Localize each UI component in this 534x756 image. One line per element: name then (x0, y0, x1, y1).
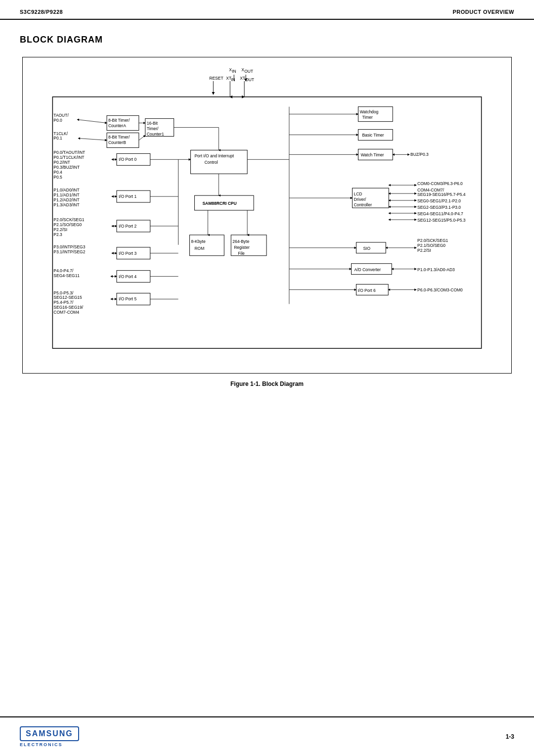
svg-text:Port I/O and Interrupt: Port I/O and Interrupt (194, 153, 234, 158)
svg-text:I/O Port 4: I/O Port 4 (119, 274, 137, 279)
svg-text:OUT: OUT (245, 77, 254, 82)
svg-text:Control: Control (204, 160, 218, 165)
svg-text:LCD: LCD (354, 191, 362, 196)
svg-text:P5.0-P5.3/: P5.0-P5.3/ (53, 290, 74, 295)
svg-text:COM7-COM4: COM7-COM4 (53, 310, 79, 315)
svg-text:P0.2/INT: P0.2/INT (53, 160, 70, 165)
page-number: 1-3 (506, 733, 514, 740)
svg-text:CounterA: CounterA (108, 123, 126, 128)
svg-text:I/O Port 0: I/O Port 0 (119, 157, 137, 162)
page-footer: SAMSUNG ELECTRONICS 1-3 (0, 716, 534, 756)
svg-text:P6.0-P6.3/COM3-COM0: P6.0-P6.3/COM3-COM0 (417, 287, 463, 292)
svg-text:IN: IN (231, 77, 235, 82)
svg-text:P2.0/SCK/SEG1: P2.0/SCK/SEG1 (417, 238, 448, 243)
svg-text:OUT: OUT (244, 69, 253, 74)
svg-text:Watchdog: Watchdog (359, 109, 378, 114)
svg-text:P0.1: P0.1 (53, 136, 62, 141)
header-right: PRODUCT OVERVIEW (452, 9, 514, 15)
svg-text:SEG4-SEG11: SEG4-SEG11 (53, 273, 80, 278)
svg-rect-66 (356, 242, 386, 253)
svg-text:RESET: RESET (209, 76, 223, 81)
samsung-logo: SAMSUNG ELECTRONICS (20, 726, 79, 747)
svg-text:8-Bit Timer/: 8-Bit Timer/ (108, 118, 130, 123)
svg-text:P0.5: P0.5 (53, 175, 62, 180)
svg-text:SEG0-SEG1/P2.1-P2.0: SEG0-SEG1/P2.1-P2.0 (417, 198, 461, 203)
svg-text:P2.1/SO/SEG0: P2.1/SO/SEG0 (417, 243, 445, 248)
svg-text:P3.1/INTP/SEG2: P3.1/INTP/SEG2 (53, 249, 85, 254)
page-header: S3C9228/P9228 PRODUCT OVERVIEW (0, 0, 534, 20)
svg-text:8-Kbyte: 8-Kbyte (191, 239, 205, 244)
svg-text:P1.0-P1.3/AD0-AD3: P1.0-P1.3/AD0-AD3 (417, 267, 455, 272)
svg-text:P1.3/AD3/INT: P1.3/AD3/INT (53, 202, 79, 207)
svg-text:I/O Port 5: I/O Port 5 (119, 296, 137, 301)
svg-text:Timer/: Timer/ (147, 126, 159, 131)
svg-text:SEG19-SEG16/P5.7-P5.4: SEG19-SEG16/P5.7-P5.4 (417, 192, 466, 197)
svg-text:I/O Port 6: I/O Port 6 (357, 288, 376, 293)
svg-text:P3.0/INTP/SEG3: P3.0/INTP/SEG3 (53, 244, 85, 249)
svg-line-140 (139, 136, 145, 141)
svg-text:P0.0: P0.0 (53, 118, 62, 123)
svg-text:I/O Port 1: I/O Port 1 (119, 194, 137, 199)
svg-text:A/D Converter: A/D Converter (354, 267, 381, 272)
svg-line-74 (77, 120, 107, 123)
svg-text:P2.2/SI: P2.2/SI (417, 248, 431, 253)
svg-text:ROM: ROM (194, 246, 204, 251)
svg-text:P0.4: P0.4 (53, 170, 62, 175)
svg-text:SIO: SIO (363, 246, 370, 251)
main-content: BLOCK DIAGRAM text { font-family: Arial,… (0, 20, 534, 402)
svg-text:16-Bit: 16-Bit (147, 121, 158, 126)
samsung-logo-box: SAMSUNG (20, 726, 79, 741)
electronics-label: ELECTRONICS (20, 742, 63, 747)
svg-text:P1.2/AD2/INT: P1.2/AD2/INT (53, 197, 79, 202)
svg-text:P0.1/T1CLK/INT: P0.1/T1CLK/INT (53, 155, 84, 160)
svg-text:XT: XT (240, 76, 245, 81)
svg-text:SEG4-SEG11/P4.0-P4.7: SEG4-SEG11/P4.0-P4.7 (417, 211, 463, 216)
svg-text:File: File (238, 251, 245, 256)
svg-text:Register: Register (234, 245, 250, 250)
svg-text:BUZ/P0.3: BUZ/P0.3 (410, 152, 429, 157)
svg-text:P2.2/SI: P2.2/SI (53, 227, 67, 232)
svg-text:P2.1/SO/SEG0: P2.1/SO/SEG0 (53, 222, 82, 227)
svg-text:CounterB: CounterB (108, 140, 126, 145)
svg-text:IN: IN (232, 69, 236, 74)
svg-text:P2.3: P2.3 (53, 232, 62, 237)
svg-text:Basic Timer: Basic Timer (362, 133, 384, 138)
svg-text:I/O Port 2: I/O Port 2 (119, 224, 137, 229)
svg-text:P0.3/BUZ/INT: P0.3/BUZ/INT (53, 165, 80, 170)
svg-text:TAOUT/: TAOUT/ (53, 113, 69, 118)
svg-text:264-Byte: 264-Byte (232, 239, 249, 244)
section-title: BLOCK DIAGRAM (20, 35, 514, 45)
header-left: S3C9228/P9228 (20, 9, 63, 15)
svg-line-77 (78, 138, 107, 140)
block-diagram: text { font-family: Arial, sans-serif; f… (22, 57, 512, 374)
svg-text:SAM88RCRI CPU: SAM88RCRI CPU (202, 201, 236, 206)
svg-text:P1.1/AD1/INT: P1.1/AD1/INT (53, 192, 79, 197)
svg-text:8-Bit Timer/: 8-Bit Timer/ (108, 135, 130, 140)
svg-text:Timer: Timer (362, 115, 373, 120)
svg-text:SEG16-SEG19/: SEG16-SEG19/ (53, 305, 83, 310)
svg-text:Counter1: Counter1 (147, 132, 164, 137)
svg-text:SEG12-SEG15/P5.0-P5.3: SEG12-SEG15/P5.0-P5.3 (417, 218, 466, 223)
samsung-name: SAMSUNG (26, 729, 73, 738)
svg-text:Watch Timer: Watch Timer (360, 152, 384, 157)
svg-text:P2.0/SCK/SEG1: P2.0/SCK/SEG1 (53, 217, 84, 222)
svg-text:Controller: Controller (354, 202, 372, 207)
svg-text:I/O Port 3: I/O Port 3 (119, 251, 137, 256)
diagram-svg: text { font-family: Arial, sans-serif; f… (23, 57, 511, 373)
svg-text:SEG2-SEG3/P3.1-P3.0: SEG2-SEG3/P3.1-P3.0 (417, 205, 461, 210)
svg-text:P1.0/AD0/INT: P1.0/AD0/INT (53, 188, 79, 192)
svg-text:COM0-COM3/P6.3-P6.0: COM0-COM3/P6.3-P6.0 (417, 181, 463, 186)
svg-text:SEG12-SEG15: SEG12-SEG15 (53, 295, 82, 300)
figure-caption: Figure 1-1. Block Diagram (20, 380, 514, 387)
svg-text:P0.0/TAOUT/INT: P0.0/TAOUT/INT (53, 150, 85, 155)
svg-text:T1CLK/: T1CLK/ (53, 131, 68, 136)
svg-text:Driver/: Driver/ (354, 197, 366, 202)
svg-text:P4.0-P4.7/: P4.0-P4.7/ (53, 268, 74, 273)
svg-text:P5.4-P5.7/: P5.4-P5.7/ (53, 300, 74, 305)
